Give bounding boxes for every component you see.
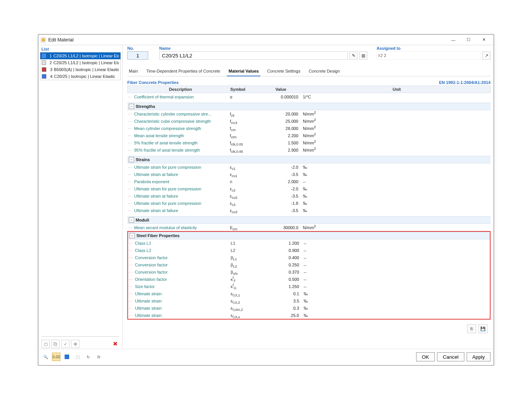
- list-item[interactable]: 1C20/25 L1/L2 | Isotropic | Linear Elast…: [40, 52, 120, 59]
- table-row[interactable]: Mean axial tensile strengthfctm2.200N/mm…: [127, 132, 491, 139]
- group-header[interactable]: –Strengths: [127, 103, 491, 110]
- table-row[interactable]: Ultimate strain at failureεcu1-3.5‰: [127, 171, 491, 178]
- table-row[interactable]: 95% fractile of axial tensile strengthfc…: [127, 146, 491, 154]
- group-header[interactable]: –Strains: [127, 156, 491, 163]
- cell-value[interactable]: -3.5: [263, 172, 301, 177]
- cell-value[interactable]: 25.0: [263, 313, 301, 318]
- export-icon[interactable]: ⎘: [467, 324, 476, 333]
- cell-symbol: α: [230, 95, 263, 99]
- cell-description: Ultimate strain for pure compression: [127, 165, 230, 169]
- cell-value[interactable]: 1.200: [263, 241, 301, 245]
- name-edit-icon[interactable]: ✎: [349, 51, 358, 60]
- cell-value[interactable]: -2.0: [263, 165, 301, 169]
- save-icon[interactable]: 💾: [478, 324, 488, 333]
- cell-value[interactable]: -1.8: [263, 201, 301, 206]
- ok-button[interactable]: OK: [416, 352, 435, 361]
- table-row[interactable]: Ultimate strain at failureεcu2-3.5‰: [127, 192, 491, 200]
- minimize-button[interactable]: —: [446, 36, 461, 44]
- cell-value[interactable]: 1.250: [263, 284, 301, 289]
- close-button[interactable]: ✕: [476, 36, 491, 44]
- table-row[interactable]: Coefficient of thermal expansion α 0.000…: [127, 93, 491, 100]
- assigned-pick-icon[interactable]: ↗: [482, 51, 491, 60]
- check-item-icon[interactable]: ✓: [61, 340, 70, 348]
- table-row[interactable]: Ultimate strain for pure compressionεc3-…: [127, 200, 491, 207]
- collapse-icon[interactable]: –: [130, 233, 135, 238]
- info-icon[interactable]: 🔍: [41, 353, 50, 361]
- ui-icon[interactable]: ⬚: [73, 353, 82, 361]
- cell-value[interactable]: 28.000: [263, 126, 301, 131]
- settings-item-icon[interactable]: ⚙: [71, 340, 79, 348]
- apply-button[interactable]: Apply: [467, 352, 491, 361]
- table-row[interactable]: Mean cylinder compressive strengthfcm28.…: [127, 125, 491, 132]
- cell-description: Ultimate strain for pure compression: [127, 201, 230, 206]
- cell-value[interactable]: 2.200: [263, 133, 301, 138]
- table-row[interactable]: Conversion factorβL20.250--: [128, 261, 490, 268]
- material-list[interactable]: 1C20/25 L1/L2 | Isotropic | Linear Elast…: [40, 52, 121, 80]
- tab[interactable]: Concrete Design: [307, 66, 341, 76]
- cell-value[interactable]: 0.000010: [263, 95, 301, 99]
- cell-value[interactable]: -3.5: [263, 194, 301, 198]
- fx-icon[interactable]: fx: [95, 353, 103, 361]
- cancel-button[interactable]: Cancel: [437, 352, 464, 361]
- duplicate-item-icon[interactable]: ⿻: [51, 340, 60, 348]
- table-row[interactable]: Ultimate strain for pure compressionεc1-…: [127, 163, 491, 171]
- group-header[interactable]: –Steel Fiber Properties: [128, 232, 490, 239]
- tab[interactable]: Time-Dependent Properties of Concrete: [145, 66, 222, 76]
- cell-unit: 1/°C: [301, 95, 491, 99]
- name-input[interactable]: [159, 51, 348, 60]
- collapse-icon[interactable]: –: [129, 104, 134, 109]
- cell-value[interactable]: 20.000: [263, 112, 301, 116]
- table-row[interactable]: Parabola exponentn2.000--: [127, 178, 491, 185]
- list-item[interactable]: 2C20/25 L1/L2 | Isotropic | Linear Elast…: [40, 59, 120, 66]
- cell-value[interactable]: 0.370: [263, 270, 301, 274]
- cell-value[interactable]: 0.500: [263, 277, 301, 282]
- maximize-button[interactable]: ☐: [461, 36, 476, 44]
- cell-value[interactable]: 25.000: [263, 119, 301, 124]
- cell-value[interactable]: 0.3: [263, 306, 301, 310]
- cell-value[interactable]: 2.000: [263, 179, 301, 184]
- table-row[interactable]: Conversion factorβL10.400--: [128, 254, 490, 261]
- new-item-icon[interactable]: ▢: [41, 340, 50, 348]
- table-row[interactable]: Ultimate strainεf,ct,u25.0‰: [128, 312, 490, 319]
- no-input[interactable]: [127, 51, 148, 60]
- cell-value[interactable]: 30000.0: [263, 225, 301, 230]
- group-header[interactable]: –Moduli: [127, 216, 491, 224]
- cell-value[interactable]: 2.900: [263, 148, 301, 152]
- cell-value[interactable]: -2.0: [263, 187, 301, 191]
- tab[interactable]: Main: [127, 66, 139, 76]
- cell-value[interactable]: 3.5: [263, 299, 301, 303]
- cell-symbol: κfF: [231, 277, 263, 282]
- table-row[interactable]: Ultimate strainεf,ct,10.1‰: [128, 290, 490, 297]
- table-row[interactable]: Orientation factorκfF0.500--: [128, 276, 490, 283]
- cell-value[interactable]: 0.1: [263, 291, 301, 296]
- name-lib-icon[interactable]: ▥: [359, 51, 367, 60]
- cell-value[interactable]: 0.400: [263, 255, 301, 260]
- collapse-icon[interactable]: –: [129, 217, 134, 223]
- refresh-icon[interactable]: ↻: [84, 353, 92, 361]
- table-row[interactable]: Conversion factorβu/s0.370--: [128, 268, 490, 276]
- cell-value[interactable]: -3.5: [263, 208, 301, 213]
- units-icon[interactable]: 0.00: [52, 353, 60, 361]
- cell-value[interactable]: 1.500: [263, 141, 301, 145]
- table-row[interactable]: Ultimate strainεf,ctm,20.3‰: [128, 304, 490, 312]
- table-row[interactable]: Class L1L11.200--: [128, 239, 490, 247]
- list-item[interactable]: 4C20/25 | Isotropic | Linear Elastic: [40, 73, 120, 80]
- table-row[interactable]: 5% fractile of axial tensile strengthfct…: [127, 139, 491, 146]
- color-icon[interactable]: [63, 353, 71, 361]
- tab[interactable]: Material Values: [227, 66, 260, 76]
- table-row[interactable]: Characteristic cube compressive strength…: [127, 117, 491, 125]
- table-row[interactable]: Mean secant modulus of elasticityEcm3000…: [127, 224, 491, 231]
- collapse-icon[interactable]: –: [129, 157, 134, 162]
- cell-description: Class L1: [128, 241, 231, 245]
- list-item[interactable]: 3B500S(A) | Isotropic | Linear Elastic: [40, 66, 120, 73]
- tab[interactable]: Concrete Settings: [266, 66, 302, 76]
- table-row[interactable]: Ultimate strain at failureεcu3-3.5‰: [127, 207, 491, 214]
- delete-item-icon[interactable]: ✖: [111, 340, 119, 348]
- cell-value[interactable]: 0.900: [263, 248, 301, 253]
- cell-value[interactable]: 0.250: [263, 263, 301, 267]
- table-row[interactable]: Class L2L20.900--: [128, 247, 490, 254]
- table-row[interactable]: Ultimate strainεf,ct,23.5‰: [128, 297, 490, 304]
- table-row[interactable]: Ultimate strain for pure compressionεc2-…: [127, 185, 491, 192]
- table-row[interactable]: Size factorκfG1.250--: [128, 283, 490, 290]
- table-row[interactable]: Characteristic cylinder compressive stre…: [127, 110, 491, 117]
